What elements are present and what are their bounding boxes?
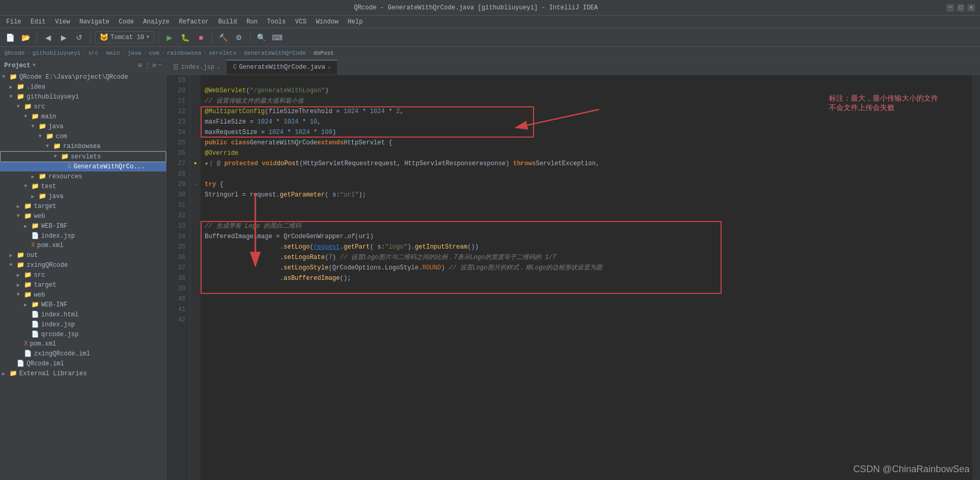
translate-button[interactable]: ⌨ [270,31,284,44]
tree-item-19[interactable]: ▼📁zxingQRcode [0,260,166,270]
close-button[interactable]: ✕ [967,4,975,11]
line-number-41: 41 [171,304,185,315]
tree-item-28[interactable]: 📄zxingQRcode.iml [0,349,166,359]
tree-item-3[interactable]: ▼📁src [0,102,166,112]
breadcrumb-item-0[interactable]: QRcode [4,50,25,56]
code-editor[interactable]: 1920212223242526272829303132333435363738… [167,75,980,480]
menu-item-code[interactable]: Code [115,17,138,27]
tab-generate[interactable]: CGenerateWithQrCode.java✕ [227,60,337,75]
breadcrumb-item-3[interactable]: main [106,50,120,56]
breadcrumb-item-6[interactable]: rainbowsea [167,50,201,56]
sidebar-icon-1[interactable]: ⊞ [138,61,142,69]
breadcrumb-item-2[interactable]: src [88,50,98,56]
tree-item-10[interactable]: ▶📁resources [0,171,166,181]
menu-item-tools[interactable]: Tools [263,17,290,27]
tree-item-14[interactable]: ▼📁web [0,211,166,221]
menu-item-analyze[interactable]: Analyze [139,17,173,27]
menu-item-window[interactable]: Window [312,17,342,27]
settings-button[interactable]: ⚙ [232,31,246,44]
breadcrumb-item-4[interactable]: java [128,50,141,56]
sidebar-header-icons: ⊞ ⋮ ⚙ — [138,61,162,69]
maximize-button[interactable]: □ [957,4,964,11]
tree-icon-folder-22: 📁 [24,291,32,299]
tree-item-20[interactable]: ▶📁src [0,270,166,280]
tree-label-5: java [48,123,64,130]
tree-item-18[interactable]: ▶📁out [0,250,166,260]
tree-item-22[interactable]: ▼📁web [0,290,166,300]
tree-label-17: pom.xml [37,242,63,249]
tree-icon-folder-30: 📁 [9,370,17,377]
menu-item-edit[interactable]: Edit [27,17,50,27]
tree-item-5[interactable]: ▼📁java [0,121,166,131]
menu-item-refactor[interactable]: Refactor [175,17,213,27]
tree-item-25[interactable]: 📄index.jsp [0,319,166,329]
tree-item-4[interactable]: ▼📁main [0,112,166,121]
code-line-22: @MultipartConfig(fileSizeThreshold = 102… [201,106,973,117]
title-bar: QRcode - GenerateWithQrCode.java [github… [0,0,980,16]
tree-item-23[interactable]: ▶📁WEB-INF [0,300,166,310]
menu-item-build[interactable]: Build [214,17,241,27]
tree-item-12[interactable]: ▶📁java [0,191,166,201]
tree-label-18: out [27,252,38,259]
tree-item-7[interactable]: ▼📁rainbowsea [0,141,166,151]
tree-item-27[interactable]: Xpom.xml [0,339,166,349]
tree-item-15[interactable]: ▶📁WEB-INF [0,221,166,231]
undo-button[interactable]: ↺ [72,31,86,44]
code-content[interactable]: @WebServlet("/generateWithLogon") // 设置传… [201,75,973,480]
sidebar-icon-2[interactable]: ⋮ [144,61,151,69]
tree-item-1[interactable]: ▶📁.idea [0,82,166,92]
forward-button[interactable]: ▶ [57,31,70,44]
tree-item-11[interactable]: ▼📁test [0,181,166,191]
breadcrumb-item-1[interactable]: githubliuyueyi [32,50,80,56]
run-button[interactable]: ▶ [163,31,177,44]
breadcrumb-item-7[interactable]: servlets [209,50,237,56]
tree-item-17[interactable]: Xpom.xml [0,241,166,250]
line-number-31: 31 [171,200,185,211]
open-button[interactable]: 📂 [19,31,32,44]
menu-item-vcs[interactable]: VCS [291,17,311,27]
tree-item-6[interactable]: ▼📁com [0,131,166,141]
tree-item-30[interactable]: ▶📁External Libraries [0,368,166,378]
line-number-37: 37 [171,263,185,273]
new-file-button[interactable]: 📄 [3,31,17,44]
build-button[interactable]: 🔨 [217,31,230,44]
tree-item-8[interactable]: ▼📁servlets [0,151,166,162]
menu-item-run[interactable]: Run [242,17,262,27]
toolbar-sep-3 [158,32,159,43]
stop-button[interactable]: ■ [194,31,208,44]
gutter-icon-line-36 [190,252,201,263]
menu-item-navigate[interactable]: Navigate [75,17,114,27]
tree-item-16[interactable]: 📄index.jsp [0,231,166,241]
tree-label-9: GenerateWithQrCo... [73,163,145,170]
sidebar-icon-3[interactable]: ⚙ [153,61,156,69]
tree-label-4: main [41,113,56,120]
tomcat-selector[interactable]: 🐱 Tomcat 10 ▼ [95,31,154,43]
tab-generate-close[interactable]: ✕ [327,64,331,71]
tree-item-26[interactable]: 📄qrcode.jsp [0,329,166,339]
debug-button[interactable]: 🐛 [179,31,192,44]
breadcrumb-item-5[interactable]: com [149,50,159,56]
tree-item-0[interactable]: ▼📁QRcode E:\Java\project\QRcode [0,72,166,82]
breadcrumb-item-8[interactable]: GenerateWithQrCode [244,50,306,56]
tree-item-13[interactable]: ▶📁target [0,201,166,211]
minimize-button[interactable]: ─ [947,4,954,11]
line-number-42: 42 [171,315,185,325]
tree-icon-folder-19: 📁 [17,261,24,269]
project-dropdown-icon[interactable]: ▼ [32,63,35,68]
gutter-icon-line-25 [190,138,201,148]
tree-item-2[interactable]: ▼📁githubliuyueyi [0,92,166,102]
menu-item-view[interactable]: View [51,17,75,27]
tree-icon-file-16: 📄 [31,232,39,240]
tree-item-29[interactable]: 📄QRcode.iml [0,359,166,368]
sidebar-icon-4[interactable]: — [158,61,162,69]
search-button[interactable]: 🔍 [255,31,268,44]
tree-item-24[interactable]: 📄index.html [0,310,166,319]
tree-item-9[interactable]: CGenerateWithQrCo... [0,162,166,171]
tree-item-21[interactable]: ▶📁target [0,280,166,290]
tab-index-close[interactable]: ✕ [217,64,220,71]
tree-label-7: rainbowsea [63,143,101,150]
menu-item-file[interactable]: File [2,17,26,27]
back-button[interactable]: ◀ [41,31,55,44]
tab-index[interactable]: ☰index.jsp✕ [167,60,227,75]
menu-item-help[interactable]: Help [343,17,367,27]
